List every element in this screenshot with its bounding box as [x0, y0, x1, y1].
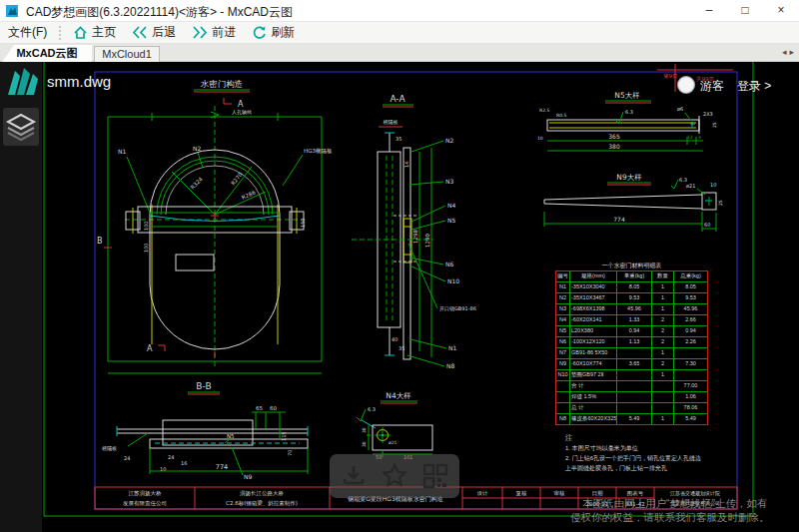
cell-total-weight: 2.66: [674, 315, 707, 325]
cell-no: [556, 392, 570, 402]
table-row: 合 计 77.00: [556, 380, 707, 391]
cell-spec: 合 计: [570, 381, 617, 391]
cell-spec: -60X20X141: [570, 315, 617, 325]
menu-bar: 文件(F) 主页 后退 前进 刷新: [0, 22, 799, 44]
tab-bar: MxCAD云图 MxCloud1 ◂▸: [0, 44, 799, 62]
cell-qty: 1: [652, 370, 674, 380]
axis-label: 人孔轴线: [232, 109, 252, 116]
n9-finish: 6.3: [679, 177, 687, 183]
login-button[interactable]: 登录 >: [737, 78, 771, 95]
aa-pin: 开口销GB91-86: [439, 305, 476, 312]
n5-title: N5大样: [614, 91, 640, 100]
table-row: 总 计 78.06: [556, 402, 707, 413]
n4-d30b: 30: [362, 441, 367, 447]
user-avatar[interactable]: [677, 76, 695, 94]
cell-unit-weight: 9.53: [617, 293, 652, 303]
n5-d25: 25: [712, 122, 717, 128]
n5-d12: 12: [687, 135, 693, 140]
home-button[interactable]: 主页: [65, 23, 124, 43]
home-label: 主页: [92, 24, 116, 41]
refresh-button[interactable]: 刷新: [244, 23, 303, 43]
close-icon[interactable]: ×: [763, 0, 799, 22]
tab-mxcloud1[interactable]: MxCloud1: [94, 46, 160, 62]
n4-finish: 6.3: [368, 406, 376, 412]
forward-button[interactable]: 前进: [184, 23, 244, 43]
cell-spec: 橡皮条60X20X3254: [570, 414, 617, 424]
radius-r324: R324: [189, 176, 204, 191]
cell-spec: -100X12X120: [570, 337, 617, 347]
qrcode-icon[interactable]: [421, 462, 449, 490]
dim-774: 774: [216, 463, 228, 471]
aa-n3: N3: [445, 178, 453, 185]
section-aa: A-A 横隔板 1298 1290 35 14 40 35 N2 N3 N4 N…: [352, 94, 476, 369]
cell-total-weight: 45.96: [674, 304, 707, 314]
dim-65: 65: [256, 405, 263, 411]
refresh-label: 刷新: [271, 24, 295, 41]
watermark-line-2: 侵权你的权益，请联系我们客服及时删除。: [570, 511, 770, 525]
n4-d30a: 30: [362, 427, 367, 433]
cell-unit-weight: [617, 370, 652, 380]
minimize-icon[interactable]: –: [691, 0, 727, 22]
cell-unit-weight: 1.33: [617, 315, 652, 325]
tb-company-2: 发展有限责任公司: [123, 500, 167, 506]
tab-next-icon[interactable]: ▸: [789, 47, 797, 57]
layers-icon: [4, 110, 38, 144]
window-controls: – □ ×: [691, 0, 799, 22]
detail-n5: N5大样 R2.5 R0.5 6.3 ø6 2X3 25 365 12 3 38…: [537, 91, 717, 151]
home-icon: [73, 25, 88, 40]
cell-unit-weight: 1.13: [617, 337, 652, 347]
cell-unit-weight: 5.49: [617, 414, 652, 424]
table-row: N4 -60X20X141 1.33 2 2.66: [556, 314, 707, 325]
tab-scroll-arrows[interactable]: ◂▸: [782, 47, 797, 57]
cell-unit-weight: 3.65: [617, 359, 652, 369]
cell-total-weight: [674, 370, 707, 380]
cell-unit-weight: [617, 403, 652, 413]
download-icon[interactable]: [340, 462, 368, 490]
aa-n1: N1: [448, 344, 456, 351]
aa-n8: N8: [446, 362, 454, 369]
layers-button[interactable]: [3, 108, 39, 146]
refresh-icon: [252, 25, 267, 40]
tb-review: 审核: [554, 490, 566, 496]
filename: smm.dwg: [47, 73, 111, 90]
col-no: 编号: [556, 271, 570, 281]
cell-qty: 2: [652, 337, 674, 347]
back-label: 后退: [152, 24, 176, 41]
cell-qty: [652, 381, 674, 391]
cell-total-weight: [674, 348, 707, 358]
bb-plate-label: 横隔板: [102, 445, 117, 452]
cell-total-weight: 9.53: [674, 293, 707, 303]
cad-canvas[interactable]: 第9页 共99页 水密门构造 A 人孔轴线 R324 R270: [0, 62, 799, 532]
cell-qty: [652, 392, 674, 402]
main-view: 水密门构造 A 人孔轴线 R324 R270 R286 N1: [97, 79, 333, 373]
n5-hole: ø6: [677, 106, 683, 112]
bb-title: B-B: [196, 381, 211, 391]
favorite-star-icon[interactable]: [381, 462, 408, 490]
cell-spec: -60X10X774: [570, 359, 617, 369]
tb-design: 设计: [477, 490, 489, 496]
table-row: N10 垫圈GB97 2Ⅱ 1: [556, 369, 707, 380]
tab-mxcad-cloud[interactable]: MxCAD云图: [2, 45, 92, 62]
cell-no: N8: [556, 414, 570, 424]
label-hg3: HG3横隔板: [304, 148, 333, 155]
app-icon: [6, 4, 20, 18]
n5-d365: 365: [608, 133, 620, 140]
file-menu[interactable]: 文件(F): [0, 23, 55, 43]
cell-spec: 总 计: [570, 403, 617, 413]
tb-date-label: 日期: [592, 490, 604, 497]
user-name[interactable]: 游客: [700, 78, 724, 95]
dim-100b: 100: [143, 243, 149, 253]
n4-hole: ø21: [389, 440, 398, 445]
cell-no: N4: [556, 315, 570, 325]
cell-unit-weight: 45.96: [617, 304, 652, 314]
cell-spec: L20X380: [570, 326, 617, 336]
dim-40: 40: [392, 336, 398, 342]
maximize-icon[interactable]: □: [727, 0, 763, 22]
aa-n4: N4: [447, 202, 455, 209]
dim-35b: 35: [399, 345, 404, 351]
tb-check: 复核: [516, 490, 528, 497]
cell-unit-weight: [617, 348, 652, 358]
tb-project-1: 润扬长江公路大桥: [240, 490, 285, 497]
materials-table-header: 编号 规格(mm) 单重(kg) 数量 总重(kg): [556, 271, 707, 281]
back-button[interactable]: 后退: [124, 23, 184, 43]
